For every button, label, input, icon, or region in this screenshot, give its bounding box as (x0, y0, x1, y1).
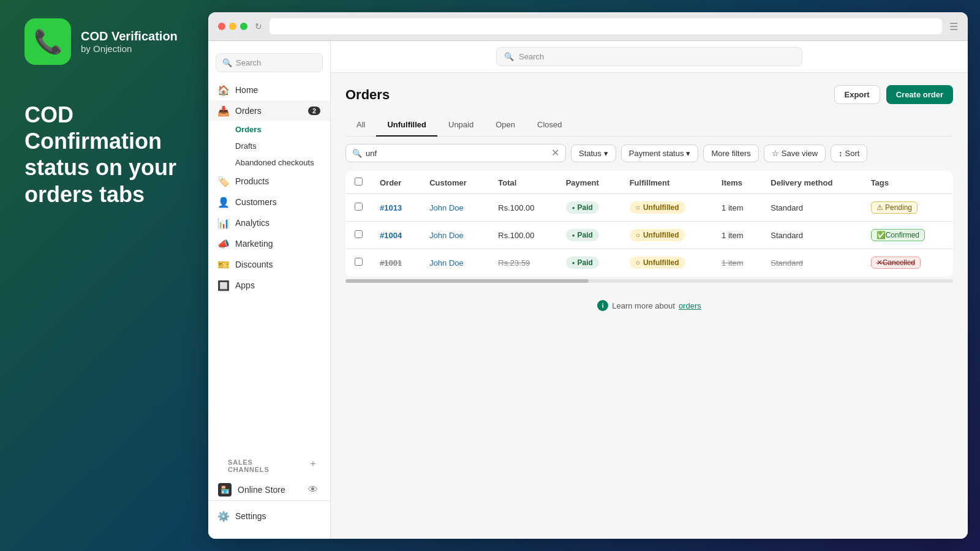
export-button[interactable]: Export (834, 85, 880, 104)
sidebar-item-apps[interactable]: 🔲 Apps (208, 275, 330, 296)
cell-fulfillment: Unfulfilled (621, 249, 713, 277)
cell-total: Rs.23.59 (489, 249, 557, 277)
table-header-fulfillment: Fulfillment (621, 171, 713, 194)
cell-customer[interactable]: John Doe (421, 222, 489, 249)
row-checkbox[interactable] (355, 230, 363, 238)
orders-tabs: All Unfulfilled Unpaid Open Closed (345, 114, 953, 137)
cell-items: 1 item (713, 249, 762, 277)
sidebar-search[interactable]: 🔍 Search (216, 53, 323, 72)
sort-button[interactable]: ↕ Sort (831, 144, 867, 162)
sidebar-footer: ⚙️ Settings (208, 500, 330, 531)
customers-icon: 👤 (218, 197, 229, 208)
payment-status-chevron: ▾ (686, 149, 690, 158)
subnav-orders[interactable]: Orders (235, 121, 330, 138)
cell-tags: ⚠ Pending (862, 194, 953, 222)
sales-channel-label: Online Store (238, 485, 285, 495)
payment-status-filter-label: Payment status (629, 149, 684, 158)
table-header-items: Items (713, 171, 762, 194)
cell-customer[interactable]: John Doe (421, 194, 489, 222)
clear-search-button[interactable]: ✕ (551, 148, 559, 158)
orders-header: Orders Export Create order (345, 85, 953, 104)
sidebar-item-marketing[interactable]: 📣 Marketing (208, 233, 330, 254)
sidebar-item-orders[interactable]: 📥 Orders 2 (208, 100, 330, 121)
table-row[interactable]: #1004John DoeRs.100.00PaidUnfulfilled1 i… (346, 222, 953, 249)
sidebar-item-label: Analytics (235, 218, 270, 228)
sidebar-item-analytics[interactable]: 📊 Analytics (208, 212, 330, 233)
settings-label: Settings (235, 511, 266, 521)
app-header: 📞 COD Verification by Onjection (24, 18, 190, 65)
sidebar-item-customers[interactable]: 👤 Customers (208, 192, 330, 212)
cell-delivery: Standard (762, 249, 862, 277)
order-search-input-wrap[interactable]: 🔍 ✕ (345, 144, 566, 162)
table-scrollbar[interactable] (345, 279, 953, 283)
orders-icon: 📥 (218, 105, 229, 116)
browser-dot-red (218, 23, 225, 30)
app-title-main: COD Verification (81, 29, 178, 43)
status-filter-button[interactable]: Status ▾ (571, 144, 616, 162)
create-order-button[interactable]: Create order (886, 85, 953, 104)
sidebar-item-settings[interactable]: ⚙️ Settings (208, 506, 330, 527)
subnav-drafts[interactable]: Drafts (235, 138, 330, 154)
status-filter-label: Status (579, 149, 601, 158)
tab-unpaid[interactable]: Unpaid (437, 114, 484, 137)
save-view-button[interactable]: ☆ Save view (764, 144, 826, 162)
table-header-tags: Tags (862, 171, 953, 194)
orders-table: Order Customer Total Payment Fulfillment… (345, 171, 953, 277)
cell-delivery: Standard (762, 194, 862, 222)
table-header-customer: Customer (421, 171, 489, 194)
top-search-input-wrap[interactable]: 🔍 Search (496, 47, 802, 66)
table-row[interactable]: #1013John DoeRs.100.00PaidUnfulfilled1 i… (346, 194, 953, 222)
table-header-delivery: Delivery method (762, 171, 862, 194)
browser-toolbar: ↻ ☰ (208, 12, 968, 41)
more-filters-button[interactable]: More filters (703, 144, 758, 162)
shopify-layout: 🔍 Search 🏠 Home 📥 Orders 2 (208, 41, 968, 539)
cell-fulfillment: Unfulfilled (621, 222, 713, 249)
settings-icon: ⚙️ (218, 511, 229, 522)
hero-text: COD Confirmation status on your orders t… (24, 102, 190, 208)
orders-sub-nav: Orders Drafts Abandoned checkouts (208, 121, 330, 171)
discounts-icon: 🎫 (218, 259, 229, 270)
table-row[interactable]: #1001John DoeRs.23.59PaidUnfulfilled1 it… (346, 249, 953, 277)
row-checkbox[interactable] (355, 203, 363, 211)
cell-customer[interactable]: John Doe (421, 249, 489, 277)
browser-refresh-icon[interactable]: ↻ (255, 21, 262, 31)
cell-tags: ✕Cancelled (862, 249, 953, 277)
select-all-checkbox[interactable] (355, 178, 363, 186)
home-icon: 🏠 (218, 84, 229, 96)
browser-url-bar[interactable] (270, 18, 942, 34)
tab-all[interactable]: All (345, 114, 376, 137)
sidebar-item-label: Products (235, 176, 269, 186)
tab-open[interactable]: Open (484, 114, 526, 137)
table-header-total: Total (489, 171, 557, 194)
subnav-abandoned[interactable]: Abandoned checkouts (235, 154, 330, 171)
cell-order-id[interactable]: #1013 (371, 194, 421, 222)
table-header-payment: Payment (557, 171, 621, 194)
sidebar-item-label: Marketing (235, 239, 273, 249)
sidebar-top: 🔍 Search (208, 48, 330, 80)
table-header-order: Order (371, 171, 421, 194)
tab-closed[interactable]: Closed (526, 114, 573, 137)
cell-order-id[interactable]: #1001 (371, 249, 421, 277)
sidebar-item-discounts[interactable]: 🎫 Discounts (208, 254, 330, 275)
sidebar-item-home[interactable]: 🏠 Home (208, 80, 330, 100)
cell-order-id[interactable]: #1004 (371, 222, 421, 249)
sidebar-item-products[interactable]: 🏷️ Products (208, 171, 330, 192)
order-search-input[interactable] (366, 149, 548, 158)
online-store-view-icon[interactable]: 👁 (306, 483, 320, 497)
browser-dot-green (240, 23, 247, 30)
row-checkbox[interactable] (355, 258, 363, 266)
sales-channels-section: SALES CHANNELS ＋ 🏪 Online Store 👁 (208, 448, 330, 500)
save-view-label: Save view (782, 149, 818, 158)
payment-status-filter-button[interactable]: Payment status ▾ (621, 144, 699, 162)
app-title-sub: by Onjection (81, 43, 178, 54)
cell-fulfillment: Unfulfilled (621, 194, 713, 222)
status-filter-chevron: ▾ (604, 149, 608, 158)
add-sales-channel-button[interactable]: ＋ (306, 456, 320, 471)
tab-unfulfilled[interactable]: Unfulfilled (376, 114, 437, 137)
browser-window: ↻ ☰ 🔍 Search 🏠 Home (208, 12, 968, 539)
orders-link[interactable]: orders (679, 301, 701, 310)
orders-page: Orders Export Create order All Unfulfill… (331, 73, 968, 338)
sales-channel-online-store[interactable]: 🏪 Online Store 👁 (208, 479, 330, 500)
cell-payment: Paid (557, 222, 621, 249)
sidebar-item-label: Home (235, 85, 258, 95)
